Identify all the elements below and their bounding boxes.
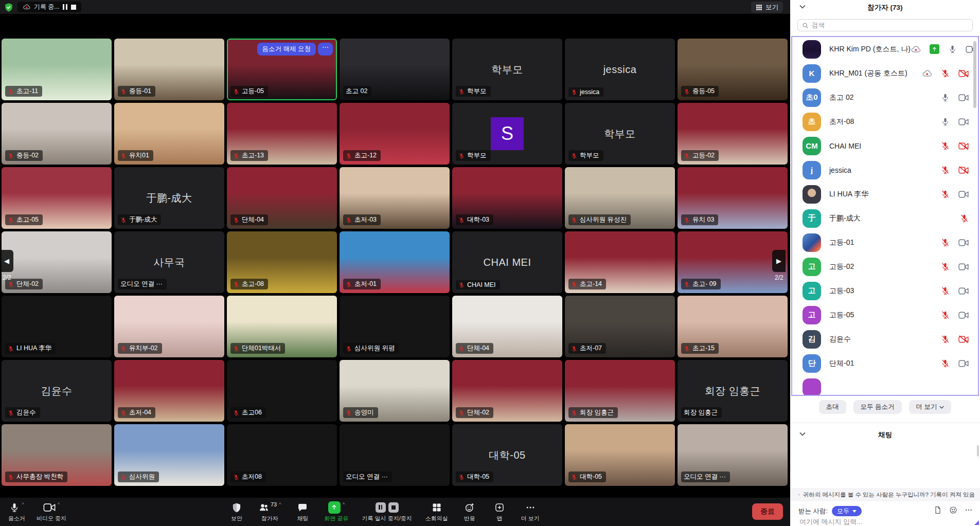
unmute-request-badge[interactable]: 음소거 해제 요청 [257,43,316,56]
video-tile[interactable]: 단체-04 [227,167,337,229]
video-tile[interactable]: jessicajessica [565,39,675,100]
video-tile[interactable]: 단체01박태서 [227,296,337,357]
video-tile[interactable]: 심사위원 [114,424,224,486]
participant-row[interactable]: LI HUA 李华 [792,182,978,206]
tile-more-button[interactable]: ⋯ [318,43,333,56]
footer-button-더 보기[interactable]: 더 보기 [909,400,952,414]
video-tile[interactable]: 회장 임홍근회장 임홍근 [678,360,788,422]
file-icon[interactable] [934,506,942,514]
participant-row[interactable]: 초초저-08 [792,110,978,134]
toolbar-apps-button[interactable]: 앱 [488,500,511,524]
participant-row[interactable]: 고고등-02 [792,255,978,279]
video-tile[interactable]: 초고-11 [2,39,112,100]
video-tile[interactable]: S학부모 [452,103,562,165]
video-tile[interactable]: 사무국오디오 연결 ··· [114,231,224,293]
participant-row[interactable]: 단단체-01 [792,351,978,375]
footer-button-모두 음소거[interactable]: 모두 음소거 [853,400,902,414]
video-tile[interactable]: LI HUA 李华 [2,296,112,357]
previous-page-button[interactable]: ◀ [0,250,13,272]
video-tile[interactable]: 초고-15 [678,296,788,357]
video-tile[interactable]: 초고-14 [565,231,675,293]
video-tile[interactable]: 고등-02 [678,103,788,165]
participant-search[interactable]: 검색 [797,19,973,31]
stop-recording-button[interactable] [71,5,76,10]
video-tile[interactable]: 초저08 [227,424,337,486]
toolbar-reactions-button[interactable]: 반응 [458,500,481,524]
video-tile[interactable]: 김윤수김윤수 [2,360,112,422]
video-tile[interactable]: 초저-07 [565,296,675,357]
video-tile[interactable]: 초고-05 [2,167,112,229]
end-meeting-button[interactable]: 종료 [752,503,783,520]
video-tile[interactable]: 초저-03 [340,167,450,229]
next-page-button[interactable]: ▶ [772,250,786,272]
chevron-up-icon[interactable]: ^ [58,502,60,507]
toolbar-share-button[interactable]: ^화면 공유 [321,500,351,524]
video-tile[interactable]: 송영미 [340,360,450,422]
video-tile[interactable]: 심사위원 위평 [340,296,450,357]
participant-row[interactable]: KHR Kim PD (호스트, 나) [792,37,978,61]
toolbar-security-button[interactable]: 보안 [225,500,248,524]
toolbar-mute-button[interactable]: ^음소거 [5,500,28,524]
participant-row[interactable]: 고고등-05 [792,303,978,327]
video-tile[interactable]: 중등-05 [678,39,788,100]
participant-row[interactable]: KKHR_M01 (공동 호스트) [792,61,978,85]
video-tile[interactable]: CHAI MEICHAI MEI [452,231,562,293]
video-tile[interactable]: 회장 임홍근 [565,360,675,422]
participant-row[interactable]: 于于鹏-成大 [792,206,978,230]
chevron-up-icon[interactable]: ^ [22,502,24,507]
emoji-icon[interactable] [949,506,957,514]
video-tile[interactable]: 학부모학부모 [452,39,562,100]
collapse-chat-icon[interactable] [799,432,806,436]
footer-button-초대[interactable]: 초대 [819,400,846,414]
participant-row[interactable]: 김김윤수 [792,327,978,351]
participant-row[interactable]: 초0초고 02 [792,85,978,110]
toolbar-video-button[interactable]: ^비디오 중지 [33,500,69,524]
chat-scrollbar[interactable] [977,445,979,457]
pause-recording-button[interactable] [63,4,67,10]
more-options-icon[interactable] [965,506,973,514]
toolbar-record-button[interactable]: 기록 일시 중지/중지 [359,500,415,524]
video-tile[interactable]: 중등-02 [2,103,112,165]
collapse-participants-icon[interactable] [799,5,806,9]
participant-row[interactable]: 고등-01 [792,230,978,255]
view-button[interactable]: 보기 [751,2,783,13]
chevron-up-icon[interactable]: ^ [279,502,281,507]
video-tile[interactable]: 오디오 연결 ··· [678,424,788,486]
video-tile[interactable]: 초고06 [227,360,337,422]
video-tile[interactable]: 초고-12 [340,103,450,165]
video-tile[interactable]: 대학-03 [452,167,562,229]
video-tile[interactable]: 중등-01 [114,39,224,100]
video-tile[interactable]: 유치부-02 [114,296,224,357]
video-tile[interactable]: 초고 02 [340,39,450,100]
video-tile[interactable]: 학부모학부모 [565,103,675,165]
video-tile[interactable]: 유치01 [114,103,224,165]
video-tile[interactable]: 대학-05 [565,424,675,486]
toolbar-chat-button[interactable]: 채팅 [291,500,314,524]
video-tile[interactable]: 음소거 해제 요청⋯고등-05 [227,39,337,100]
participant-row[interactable]: 고고등-03 [792,279,978,303]
participant-row[interactable] [792,375,978,396]
video-tile[interactable]: 유치 03 [678,167,788,229]
toolbar-more-button[interactable]: 더 보기 [518,500,543,524]
video-tile[interactable]: 于鹏-成大于鹏-成大 [114,167,224,229]
recipient-selector[interactable]: 모두 [832,506,862,516]
video-tile[interactable]: 심사위원 유성진 [565,167,675,229]
video-tile[interactable]: 초저-01 [340,231,450,293]
video-tile[interactable]: 초고- 09 [678,231,788,293]
participant-row[interactable]: CMCHAI MEI [792,134,978,158]
video-tile[interactable]: 단체-02 [452,360,562,422]
video-tile[interactable]: 초저-04 [114,360,224,422]
toolbar-participants-button[interactable]: 73^참가자 [255,500,284,524]
panel-resize-handle[interactable] [974,520,979,525]
chat-message-input[interactable] [798,517,968,526]
video-tile[interactable]: 단체-04 [452,296,562,357]
toolbar-rooms-button[interactable]: 소회의실 [422,500,451,524]
video-tile[interactable]: 사무총장 박천학 [2,424,112,486]
video-tile[interactable]: 오디오 연결 ··· [340,424,450,486]
chevron-up-icon[interactable]: ^ [343,502,345,507]
participant-row[interactable]: jjessica [792,158,978,182]
video-tile[interactable]: 초고-08 [227,231,337,293]
video-tile[interactable]: 초고-13 [227,103,337,165]
video-tile[interactable]: 대학-05대학-05 [452,424,562,486]
participants-scrollbar[interactable] [973,41,976,108]
